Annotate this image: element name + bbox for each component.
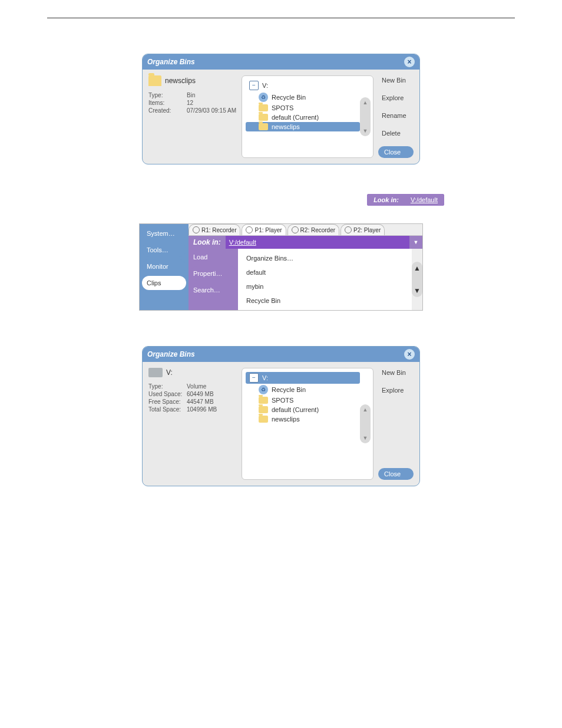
lookin-snippet[interactable]: Look in: V:/default <box>367 194 444 206</box>
scrollbar[interactable]: ▲▼ <box>360 80 371 154</box>
used-label: Used Space: <box>148 391 187 397</box>
info-pane: V: Type:Volume Used Space:60449 MB Free … <box>148 368 237 480</box>
chevron-up-icon[interactable]: ▲ <box>363 407 368 413</box>
total-value: 104996 MB <box>187 406 217 413</box>
tree-item-spots[interactable]: SPOTS <box>246 396 360 405</box>
created-label: Created: <box>148 107 187 114</box>
dropdown-icon[interactable]: ▼ <box>409 236 422 249</box>
tab-r2[interactable]: R2: Recorder <box>287 224 339 235</box>
chevron-up-icon[interactable]: ▲ <box>414 264 421 272</box>
delete-button[interactable]: Delete <box>378 129 414 138</box>
list-item-mybin[interactable]: mybin <box>244 279 406 294</box>
created-value: 07/29/03 09:15 AM <box>187 107 236 114</box>
chevron-down-icon[interactable]: ▼ <box>363 435 368 441</box>
tree-label: newsclips <box>272 416 300 423</box>
root-label: V: <box>262 374 268 381</box>
drive-icon <box>148 368 163 377</box>
rename-button[interactable]: Rename <box>378 111 414 120</box>
tab-r1[interactable]: R1: Recorder <box>189 224 240 235</box>
chevron-up-icon[interactable]: ▲ <box>363 100 368 106</box>
tree-label: SPOTS <box>272 104 293 111</box>
path-input[interactable]: V:/default <box>226 236 409 249</box>
folder-icon <box>259 104 268 111</box>
recycle-icon: ♻ <box>259 93 268 102</box>
close-button[interactable]: Close <box>378 146 414 158</box>
tree-pane: − V: ♻ Recycle Bin SPOTS default (Curren… <box>242 75 373 158</box>
type-label: Type: <box>148 92 187 98</box>
button-column: New Bin Explore Rename Delete Close <box>378 75 414 158</box>
chevron-down-icon[interactable]: ▼ <box>363 128 368 134</box>
tree-item-default[interactable]: default (Current) <box>246 113 360 122</box>
tree-label: Recycle Bin <box>272 94 306 101</box>
load-button[interactable]: Load <box>190 250 237 264</box>
items-label: Items: <box>148 100 187 106</box>
tree-item-recycle[interactable]: ♻ Recycle Bin <box>246 91 360 103</box>
organize-bins-dialog-1: Organize Bins × newsclips Type:Bin Items… <box>142 54 420 164</box>
tab-p2[interactable]: P2: Player <box>340 224 385 235</box>
tab-label: R1: Recorder <box>201 227 236 233</box>
button-column: New Bin Explore Close <box>378 368 414 480</box>
folder-icon <box>259 416 268 423</box>
lookin-label: Look in: <box>189 236 226 249</box>
sidebar-item-tools[interactable]: Tools… <box>142 243 186 257</box>
tab-label: R2: Recorder <box>300 227 335 233</box>
close-icon[interactable]: × <box>404 349 415 360</box>
list-item-recycle[interactable]: Recycle Bin <box>244 294 406 308</box>
list-item-organize[interactable]: Organize Bins… <box>244 251 406 265</box>
selected-name: V: <box>166 368 173 377</box>
folder-icon <box>259 397 268 404</box>
tabs: R1: Recorder P1: Player R2: Recorder P2:… <box>189 224 422 236</box>
sidebar-item-monitor[interactable]: Monitor <box>142 259 186 274</box>
explore-button[interactable]: Explore <box>378 93 414 103</box>
organize-bins-dialog-2: Organize Bins × V: Type:Volume Used Spac… <box>142 346 420 486</box>
properties-button[interactable]: Properti… <box>190 266 237 281</box>
tree-item-newsclips[interactable]: newsclips <box>246 414 360 424</box>
lookin-row: Look in: V:/default ▼ <box>189 236 422 249</box>
close-button[interactable]: Close <box>378 468 414 480</box>
tree-root[interactable]: − V: <box>246 372 360 384</box>
clips-panel: System… Tools… Monitor Clips R1: Recorde… <box>139 223 423 311</box>
dialog-title: Organize Bins <box>147 350 195 358</box>
folder-icon <box>259 114 268 121</box>
new-bin-button[interactable]: New Bin <box>378 368 414 377</box>
chevron-down-icon[interactable]: ▼ <box>414 286 421 295</box>
info-pane: newsclips Type:Bin Items:12 Created:07/2… <box>148 75 237 158</box>
tree-item-recycle[interactable]: ♻ Recycle Bin <box>246 384 360 396</box>
close-icon[interactable]: × <box>404 57 415 67</box>
sidebar: System… Tools… Monitor Clips <box>140 224 189 310</box>
selected-name: newsclips <box>165 77 196 85</box>
tree-label: default (Current) <box>272 114 319 121</box>
action-column: Load Properti… Search… <box>189 249 238 310</box>
tree-item-default[interactable]: default (Current) <box>246 405 360 414</box>
recycle-icon: ♻ <box>259 385 268 394</box>
lookin-value: V:/default <box>405 195 444 205</box>
scrollbar[interactable]: ▲▼ <box>360 372 371 476</box>
free-label: Free Space: <box>148 398 187 405</box>
sidebar-item-clips[interactable]: Clips <box>142 276 186 290</box>
explore-button[interactable]: Explore <box>378 386 414 395</box>
bin-list: Organize Bins… default mybin Recycle Bin <box>238 249 412 310</box>
type-value: Bin <box>187 92 195 98</box>
tree-label: newsclips <box>272 123 300 130</box>
tree-item-newsclips[interactable]: newsclips <box>246 122 360 131</box>
search-button[interactable]: Search… <box>190 283 237 297</box>
folder-icon <box>148 75 161 86</box>
tree-root[interactable]: − V: <box>246 80 360 91</box>
top-rule <box>47 18 515 18</box>
tab-p1[interactable]: P1: Player <box>242 224 286 235</box>
root-label: V: <box>262 82 268 89</box>
scrollbar[interactable]: ▲▼ <box>412 249 422 310</box>
sidebar-item-system[interactable]: System… <box>142 226 186 241</box>
tab-label: P2: Player <box>353 227 381 233</box>
items-value: 12 <box>187 100 193 106</box>
list-item-default[interactable]: default <box>244 265 406 279</box>
type-value: Volume <box>187 383 206 390</box>
radio-icon <box>246 226 253 233</box>
radio-icon <box>345 226 352 233</box>
collapse-icon[interactable]: − <box>249 373 259 383</box>
titlebar: Organize Bins × <box>143 347 419 362</box>
tree-item-spots[interactable]: SPOTS <box>246 103 360 113</box>
new-bin-button[interactable]: New Bin <box>378 75 414 85</box>
tree-label: SPOTS <box>272 397 293 404</box>
collapse-icon[interactable]: − <box>249 81 259 90</box>
